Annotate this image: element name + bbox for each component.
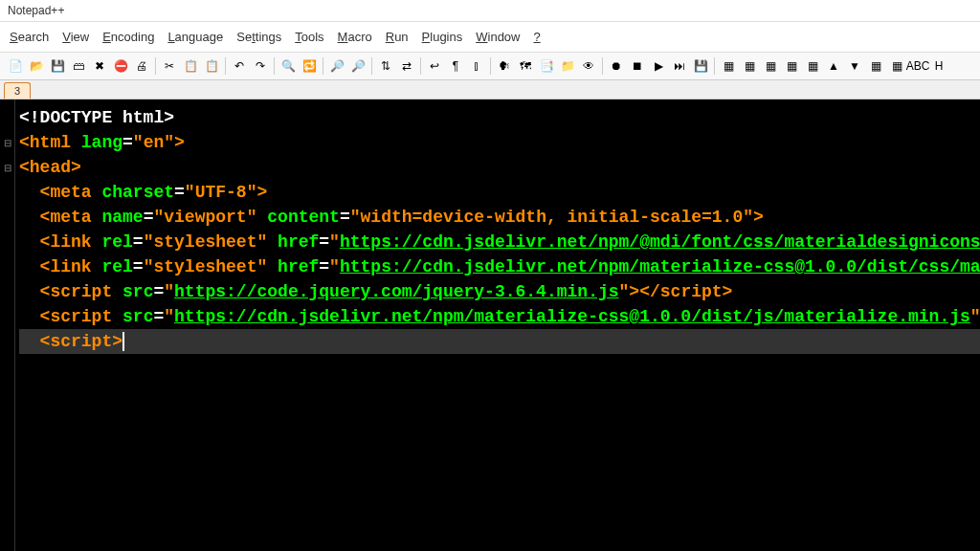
fold-marker[interactable] [0, 180, 14, 205]
code-editor[interactable]: <!DOCTYPE html><html lang="en"><head> <m… [15, 99, 980, 551]
open-icon[interactable]: 📂 [27, 56, 46, 76]
toolbar-separator [602, 57, 603, 75]
all-chars-icon[interactable]: ¶ [446, 56, 465, 76]
print-icon-glyph: 🖨 [136, 59, 147, 73]
code-token: " [164, 282, 174, 301]
monitor-icon[interactable]: 👁 [579, 56, 598, 76]
play-multi-icon[interactable]: ⏭ [670, 56, 689, 76]
replace-icon[interactable]: 🔁 [300, 56, 319, 76]
code-line[interactable]: <!DOCTYPE html> [19, 105, 980, 130]
panel1-icon[interactable]: ▦ [719, 56, 738, 76]
folder-icon[interactable]: 📁 [558, 56, 577, 76]
panel6-icon[interactable]: ▦ [866, 56, 885, 76]
redo-icon[interactable]: ↷ [251, 56, 270, 76]
save-macro-icon-glyph: 💾 [694, 59, 708, 73]
panel7-icon[interactable]: ▦ [887, 56, 906, 76]
code-token [19, 183, 40, 202]
code-token: <script [40, 282, 122, 301]
menu-settings[interactable]: Settings [231, 28, 287, 46]
doc-map-icon[interactable]: 🗺 [516, 56, 535, 76]
menu-run[interactable]: Run [380, 28, 414, 46]
code-line[interactable]: <script src="https://cdn.jsdelivr.net/np… [19, 304, 980, 329]
fold-marker[interactable] [0, 254, 14, 279]
find-icon[interactable]: 🔍 [278, 56, 298, 76]
panel3-icon[interactable]: ▦ [761, 56, 780, 76]
code-token: > [753, 208, 764, 227]
code-token: " [164, 307, 174, 326]
code-token: https://cdn.jsdelivr.net/npm/@mdi/font/c… [340, 232, 980, 252]
menu-macro[interactable]: Macro [332, 28, 378, 46]
fold-marker[interactable] [0, 279, 14, 304]
func-list-icon-glyph: 📑 [540, 59, 554, 73]
panel5-icon[interactable]: ▦ [803, 56, 822, 76]
play-icon[interactable]: ▶ [649, 56, 668, 76]
zoom-in-icon[interactable]: 🔎 [327, 56, 346, 76]
code-line[interactable]: <script src="https://code.jquery.com/jqu… [19, 279, 980, 304]
code-line[interactable]: <link rel="stylesheet" href="https://cdn… [19, 230, 980, 254]
menu-view[interactable]: View [56, 28, 95, 46]
save-macro-icon[interactable]: 💾 [691, 56, 710, 76]
panel2-icon[interactable]: ▦ [740, 56, 759, 76]
zoom-out-icon[interactable]: 🔎 [348, 56, 368, 76]
sync-v-icon[interactable]: ⇅ [376, 56, 395, 76]
fold-marker[interactable] [0, 205, 14, 230]
tab-active[interactable]: 3 [4, 82, 31, 99]
lang-icon-glyph: 🗣 [499, 59, 510, 73]
code-line[interactable]: <meta charset="UTF-8"> [19, 180, 980, 205]
fold-marker[interactable]: ⊟ [0, 155, 14, 180]
print-icon[interactable]: 🖨 [132, 56, 151, 76]
fold-marker[interactable] [0, 230, 14, 254]
fold-marker[interactable] [0, 304, 14, 329]
code-line[interactable]: <head> [19, 155, 980, 180]
copy-icon-glyph: 📋 [184, 59, 198, 73]
func-list-icon[interactable]: 📑 [537, 56, 556, 76]
wordwrap-icon[interactable]: ↩ [425, 56, 444, 76]
save-icon[interactable]: 💾 [48, 56, 67, 76]
fold-gutter[interactable]: ⊟⊟ [0, 99, 15, 551]
lang-icon[interactable]: 🗣 [495, 56, 514, 76]
menu-search[interactable]: Search [4, 28, 55, 46]
paste-icon[interactable]: 📋 [202, 56, 221, 76]
save-all-icon[interactable]: 🗃 [69, 56, 88, 76]
cut-icon[interactable]: ✂ [160, 56, 179, 76]
code-token: rel [101, 257, 132, 276]
code-token [267, 257, 278, 276]
fold-marker[interactable]: ⊟ [0, 130, 14, 155]
panel4-icon[interactable]: ▦ [782, 56, 801, 76]
fold-marker[interactable] [0, 105, 14, 130]
up-icon[interactable]: ▲ [824, 56, 843, 76]
tab-label: 3 [14, 85, 20, 97]
code-line[interactable]: <meta name="viewport" content="width=dev… [19, 205, 980, 230]
down-icon[interactable]: ▼ [845, 56, 864, 76]
stop-icon[interactable]: ⏹ [628, 56, 647, 76]
close-all-icon[interactable]: ⛔ [111, 56, 130, 76]
spellcheck-icon[interactable]: ABC [908, 56, 927, 76]
new-file-icon[interactable]: 📄 [6, 56, 25, 76]
undo-icon-glyph: ↶ [234, 59, 244, 73]
menu-plugins[interactable]: Plugins [416, 28, 469, 46]
editor-area[interactable]: ⊟⊟ <!DOCTYPE html><html lang="en"><head>… [0, 99, 980, 551]
help-text-icon[interactable]: H [929, 56, 948, 76]
menu-window[interactable]: Window [470, 28, 525, 46]
undo-icon[interactable]: ↶ [230, 56, 249, 76]
menu-language[interactable]: Language [162, 28, 229, 46]
menu-encoding[interactable]: Encoding [97, 28, 160, 46]
menu-bar: SearchViewEncodingLanguageSettingsToolsM… [0, 22, 980, 53]
menu-tools[interactable]: Tools [289, 28, 329, 46]
copy-icon[interactable]: 📋 [181, 56, 200, 76]
record-icon[interactable]: ⏺ [607, 56, 626, 76]
code-token: = [144, 208, 154, 227]
code-line[interactable]: <script> [19, 329, 980, 354]
indent-guide-icon[interactable]: ⫿ [467, 56, 486, 76]
menu-help[interactable]: ? [527, 28, 546, 46]
sync-h-icon[interactable]: ⇄ [397, 56, 416, 76]
close-icon[interactable]: ✖ [90, 56, 109, 76]
code-token: href [278, 232, 319, 252]
code-line[interactable]: <link rel="stylesheet" href="https://cdn… [19, 254, 980, 279]
fold-marker[interactable] [0, 329, 14, 354]
code-token: "en" [133, 133, 174, 152]
panel6-icon-glyph: ▦ [871, 59, 881, 73]
code-line[interactable]: <html lang="en"> [19, 130, 980, 155]
app-title: Notepad++ [8, 4, 64, 17]
toolbar-separator [371, 57, 372, 75]
